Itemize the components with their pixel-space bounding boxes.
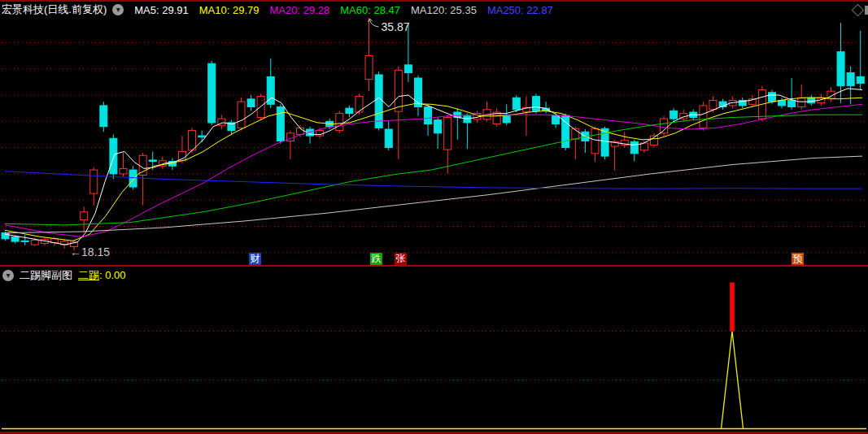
ma60-label: MA60: 28.47: [340, 4, 400, 16]
main-chart-header: 宏景科技(日线.前复权) ▾ MA5: 29.91 MA10: 29.79 MA…: [2, 2, 553, 17]
indicator-title: 二踢脚副图: [20, 268, 72, 283]
high-annotation: 35.87: [369, 19, 410, 33]
stock-chart-window: 35.87←18.15 宏景科技(日线.前复权) ▾ MA5: 29.91 MA…: [0, 0, 868, 434]
event-marker-die[interactable]: 跌: [370, 253, 382, 265]
window-edge-handle: [865, 6, 868, 15]
indicator-spike: [722, 283, 744, 429]
ma250-label: MA250: 22.87: [487, 4, 553, 16]
ma-lines-layer: [5, 89, 862, 245]
main-gridlines: [2, 42, 866, 252]
ma10-label: MA10: 29.79: [199, 4, 260, 16]
event-marker-cai[interactable]: 财: [249, 253, 261, 265]
window-top-border: [0, 0, 868, 2]
svg-text:35.87: 35.87: [382, 20, 410, 33]
indicator-panel-header: ▾ 二踢脚副图 二踢: 0.00: [2, 268, 126, 283]
chevron-down-icon[interactable]: ▾: [2, 270, 14, 281]
ma120-label: MA120: 25.35: [411, 4, 477, 16]
spike-red-cap: [730, 283, 735, 332]
indicator-series-value: : 0.00: [99, 269, 126, 281]
ma-line-ma5: [5, 89, 862, 245]
ma5-label: MA5: 29.91: [134, 4, 189, 16]
low-annotation: ←18.15: [70, 245, 110, 258]
price-chart-canvas[interactable]: 35.87←18.15: [0, 0, 868, 434]
indicator-series-readout: 二踢: 0.00: [78, 268, 126, 283]
panel-divider[interactable]: [0, 265, 868, 267]
candles-layer: [2, 18, 864, 250]
ma-line-ma120: [5, 156, 862, 233]
event-marker-yu[interactable]: 预: [792, 253, 804, 265]
stock-title: 宏景科技(日线.前复权): [2, 2, 107, 17]
svg-text:←18.15: ←18.15: [70, 245, 110, 258]
ma20-label: MA20: 29.28: [270, 4, 330, 16]
indicator-series-label[interactable]: 二踢: [78, 269, 99, 281]
chevron-down-icon[interactable]: ▾: [112, 4, 124, 15]
event-marker-zhang[interactable]: 张: [395, 253, 407, 265]
